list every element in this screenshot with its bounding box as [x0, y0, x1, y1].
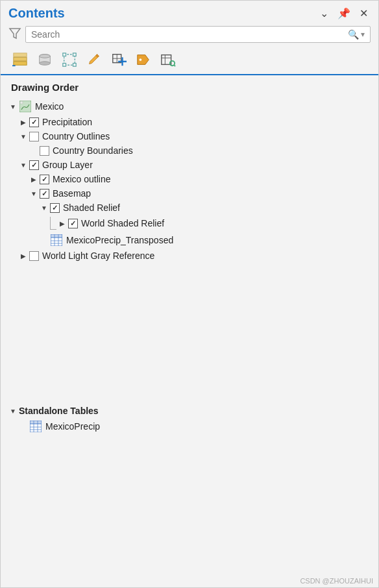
country-boundaries-label: Country Boundaries [53, 145, 133, 156]
standalone-table-icon [29, 420, 42, 433]
svg-line-24 [174, 65, 175, 66]
list-by-data-source-button[interactable] [33, 49, 56, 70]
filter-icon[interactable] [8, 27, 21, 43]
svg-rect-12 [63, 64, 66, 67]
standalone-tables-section: Standalone Tables MexicoPrecip [1, 400, 378, 439]
minimize-icon[interactable]: ⌄ [317, 6, 331, 21]
svg-rect-4 [12, 65, 16, 66]
svg-point-23 [170, 61, 175, 66]
svg-point-7 [40, 62, 51, 66]
tree-item-country-outlines[interactable]: Country Outlines [1, 129, 378, 143]
panel-header: Contents ⌄ 📌 ✕ [1, 1, 378, 23]
mexico-outline-checkbox[interactable] [40, 175, 49, 184]
svg-rect-40 [30, 421, 42, 424]
group-layer-checkbox[interactable] [29, 160, 39, 170]
tree-item-world-shaded-relief[interactable]: World Shaded Relief [1, 215, 378, 232]
expand-precipitation-icon[interactable] [19, 117, 28, 127]
list-by-selection-button[interactable] [58, 49, 81, 70]
precipitation-label: Precipitation [42, 117, 92, 127]
expand-shaded-relief-icon[interactable] [40, 203, 49, 212]
panel-title: Contents [8, 6, 65, 21]
table-icon [50, 234, 63, 247]
shaded-relief-label: Shaded Relief [63, 202, 120, 213]
expand-world-light-gray-icon[interactable] [19, 251, 28, 260]
label-features-button[interactable] [132, 49, 155, 70]
toolbar [1, 47, 378, 75]
tree-item-world-light-gray[interactable]: World Light Gray Reference [1, 249, 378, 263]
mexico-outline-label: Mexico outline [53, 174, 111, 184]
tree-item-country-boundaries[interactable]: Country Boundaries [1, 143, 378, 158]
expand-world-shaded-relief-icon[interactable] [58, 219, 67, 228]
country-outlines-label: Country Outlines [42, 131, 110, 141]
svg-rect-1 [14, 62, 27, 66]
tree-item-mexico[interactable]: Mexico [1, 98, 378, 115]
svg-rect-33 [51, 234, 62, 238]
basemap-label: Basemap [53, 188, 91, 199]
mexico-label: Mexico [35, 101, 64, 112]
country-boundaries-checkbox[interactable] [40, 146, 49, 156]
header-icons: ⌄ 📌 ✕ [317, 6, 371, 21]
expand-group-layer-icon[interactable] [19, 160, 28, 169]
svg-rect-11 [73, 53, 77, 56]
svg-rect-10 [63, 53, 66, 56]
map-icon [19, 100, 32, 113]
search-button[interactable]: 🔍 [348, 29, 359, 40]
svg-point-8 [40, 55, 51, 58]
search-row: 🔍 ▾ [1, 23, 378, 47]
contents-panel: Contents ⌄ 📌 ✕ 🔍 ▾ [0, 0, 379, 588]
standalone-tables-header[interactable]: Standalone Tables [1, 404, 378, 418]
svg-rect-2 [14, 57, 27, 61]
svg-point-19 [140, 58, 142, 61]
list-by-drawing-order-button[interactable] [8, 49, 32, 70]
close-icon[interactable]: ✕ [357, 6, 371, 21]
shaded-relief-checkbox[interactable] [50, 203, 60, 213]
precipitation-checkbox[interactable] [29, 117, 39, 127]
expand-country-outlines-icon[interactable] [19, 132, 28, 141]
standalone-tables-title: Standalone Tables [19, 406, 99, 416]
edit-layer-style-button[interactable] [82, 49, 106, 70]
tree-item-mexico-precip[interactable]: MexicoPrecip [1, 418, 378, 435]
mexico-precip-label: MexicoPrecip [45, 421, 100, 432]
search-input[interactable] [31, 29, 348, 40]
svg-rect-13 [73, 64, 77, 67]
tree-item-basemap[interactable]: Basemap [1, 186, 378, 201]
layer-tree: Mexico Precipitation Country Outlines Co… [1, 97, 378, 400]
pin-icon[interactable]: 📌 [335, 6, 353, 21]
tree-item-precipitation[interactable]: Precipitation [1, 115, 378, 129]
world-shaded-relief-label: World Shaded Relief [81, 218, 164, 228]
country-outlines-checkbox[interactable] [29, 132, 39, 141]
basemap-checkbox[interactable] [40, 189, 49, 199]
svg-rect-26 [20, 101, 23, 104]
tree-item-group-layer[interactable]: Group Layer [1, 158, 378, 172]
search-box: 🔍 ▾ [25, 26, 371, 43]
svg-rect-3 [14, 53, 27, 57]
expand-mexico-outline-icon[interactable] [29, 175, 38, 184]
tree-item-mexico-outline[interactable]: Mexico outline [1, 172, 378, 186]
tree-item-shaded-relief[interactable]: Shaded Relief [1, 201, 378, 215]
expand-basemap-icon[interactable] [29, 189, 38, 198]
search-dropdown-icon[interactable]: ▾ [361, 30, 365, 39]
expand-standalone-tables-icon[interactable] [8, 406, 18, 415]
add-data-button[interactable] [107, 49, 130, 70]
mexico-precip-transposed-label: MexicoPrecip_Transposed [66, 235, 173, 245]
world-light-gray-label: World Light Gray Reference [42, 251, 154, 261]
open-attribute-table-button[interactable] [156, 49, 180, 70]
tree-connector [50, 217, 56, 230]
group-layer-label: Group Layer [42, 160, 93, 170]
world-light-gray-checkbox[interactable] [29, 251, 39, 261]
expand-mexico-icon[interactable] [8, 102, 18, 111]
world-shaded-relief-checkbox[interactable] [68, 219, 78, 228]
watermark: CSDN @ZHOUZAIHUI [1, 574, 378, 587]
svg-marker-0 [10, 29, 20, 38]
drawing-order-title: Drawing Order [1, 75, 378, 97]
tree-item-mexico-precip-transposed[interactable]: MexicoPrecip_Transposed [1, 232, 378, 249]
